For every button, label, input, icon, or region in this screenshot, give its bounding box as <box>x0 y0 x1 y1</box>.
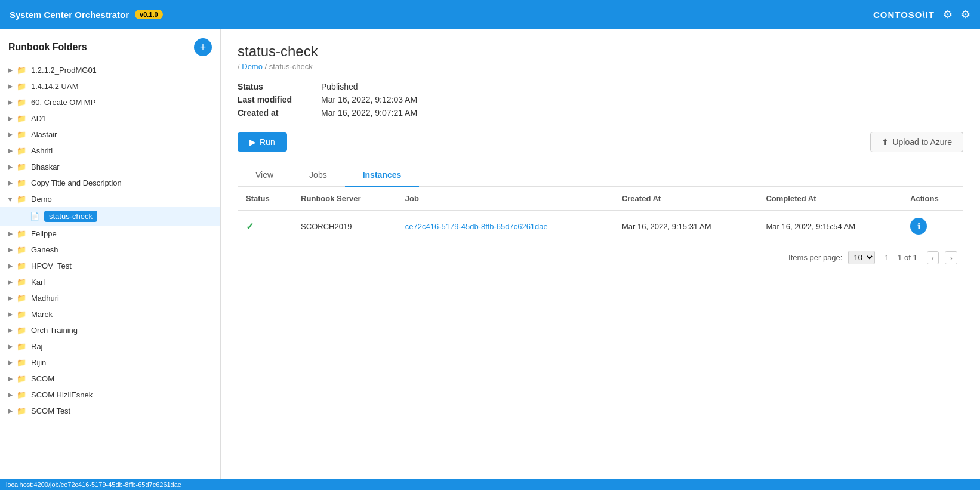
sidebar-item-scomhizli[interactable]: ▶ 📁 SCOM HizliEsnek <box>0 387 220 403</box>
folder-icon: 📁 <box>17 390 26 399</box>
sidebar-item-label: Alastair <box>31 130 57 139</box>
chevron-right-icon: ▶ <box>6 262 14 270</box>
sidebar-item-alastair[interactable]: ▶ 📁 Alastair <box>0 127 220 143</box>
sidebar-item-karl[interactable]: ▶ 📁 Karl <box>0 274 220 290</box>
chevron-right-icon: ▶ <box>6 246 14 254</box>
tab-instances[interactable]: Instances <box>345 164 420 187</box>
chevron-right-icon: ▶ <box>6 98 14 106</box>
prev-page-button[interactable]: ‹ <box>927 251 939 264</box>
folder-icon: 📁 <box>17 82 26 91</box>
sidebar-header: Runbook Folders + <box>0 29 220 62</box>
table-header-row: Status Runbook Server Job Created At Com… <box>238 187 963 211</box>
runbook-icon: 📄 <box>30 212 39 221</box>
play-icon: ▶ <box>249 137 256 147</box>
sidebar-item-label: Ganesh <box>31 245 58 254</box>
folder-icon: 📁 <box>17 130 26 139</box>
breadcrumb-home[interactable]: Demo <box>242 62 263 71</box>
col-actions: Actions <box>902 187 963 211</box>
chevron-right-icon: ▶ <box>6 131 14 138</box>
sidebar-item-ad1[interactable]: ▶ 📁 AD1 <box>0 110 220 127</box>
table-row: ✓ SCORCH2019 ce72c416-5179-45db-8ffb-65d… <box>238 211 963 242</box>
folder-icon: 📁 <box>17 229 26 238</box>
sidebar-item-raj[interactable]: ▶ 📁 Raj <box>0 338 220 355</box>
cell-runbook-server: SCORCH2019 <box>292 211 397 242</box>
settings-icon[interactable]: ⚙ <box>943 8 953 21</box>
col-created-at: Created At <box>614 187 758 211</box>
info-button[interactable]: ℹ <box>910 218 927 235</box>
sidebar-item-scom[interactable]: ▶ 📁 SCOM <box>0 371 220 387</box>
sidebar: Runbook Folders + ▶ 📁 1.2.1.2_ProdMG01 ▶… <box>0 29 221 479</box>
chevron-right-icon: ▶ <box>6 66 14 74</box>
sidebar-item-madhuri[interactable]: ▶ 📁 Madhuri <box>0 290 220 306</box>
statusbar-url: localhost:4200/job/ce72c416-5179-45db-8f… <box>6 481 181 488</box>
sidebar-item-orchtraining[interactable]: ▶ 📁 Orch Training <box>0 322 220 338</box>
sidebar-item-label: Madhuri <box>31 294 59 303</box>
sidebar-item-scomtest[interactable]: ▶ 📁 SCOM Test <box>0 403 220 419</box>
sidebar-item-ganesh[interactable]: ▶ 📁 Ganesh <box>0 242 220 258</box>
col-job: Job <box>397 187 614 211</box>
chevron-right-icon: ▶ <box>6 115 14 122</box>
tab-view-label: View <box>255 170 273 180</box>
run-button[interactable]: ▶ Run <box>238 132 287 152</box>
sidebar-item-ashriti[interactable]: ▶ 📁 Ashriti <box>0 143 220 159</box>
col-completed-at: Completed At <box>757 187 902 211</box>
sidebar-item-demo[interactable]: ▼ 📁 Demo <box>0 191 220 207</box>
table-header: Status Runbook Server Job Created At Com… <box>238 187 963 211</box>
folder-icon: 📁 <box>17 114 26 123</box>
chevron-right-icon: ▶ <box>6 230 14 238</box>
sidebar-item-1212[interactable]: ▶ 📁 1.2.1.2_ProdMG01 <box>0 62 220 78</box>
folder-icon: 📁 <box>17 195 26 204</box>
sidebar-item-1414[interactable]: ▶ 📁 1.4.14.2 UAM <box>0 78 220 94</box>
sidebar-item-bhaskar[interactable]: ▶ 📁 Bhaskar <box>0 159 220 175</box>
created-at-value: Mar 16, 2022, 9:07:21 AM <box>321 108 417 118</box>
chevron-right-icon: ▶ <box>6 359 14 366</box>
run-button-label: Run <box>260 137 275 147</box>
add-folder-button[interactable]: + <box>194 38 212 56</box>
status-label: Status <box>238 82 321 91</box>
sidebar-item-label: AD1 <box>31 114 46 123</box>
pagination: Items per page: 10 1 – 1 of 1 ‹ › <box>238 242 963 264</box>
sidebar-item-felippe[interactable]: ▶ 📁 Felippe <box>0 226 220 242</box>
col-status: Status <box>238 187 292 211</box>
content-area: status-check / Demo / status-check Statu… <box>221 29 980 479</box>
status-check-icon: ✓ <box>246 221 254 232</box>
breadcrumb-separator: / <box>265 62 269 71</box>
col-runbook-server: Runbook Server <box>292 187 397 211</box>
breadcrumb-current: status-check <box>269 62 313 71</box>
chevron-right-icon: ▶ <box>6 179 14 187</box>
folder-icon: 📁 <box>17 358 26 367</box>
sidebar-item-statuscheck[interactable]: ▶ 📄 status-check <box>0 207 220 226</box>
meta-table: Status Published Last modified Mar 16, 2… <box>238 82 963 118</box>
upload-to-azure-button[interactable]: ⬆ Upload to Azure <box>870 132 963 152</box>
breadcrumb-separator: / <box>238 62 240 71</box>
navbar: System Center Orchestrator v0.1.0 CONTOS… <box>0 0 980 29</box>
sidebar-item-label: 1.4.14.2 UAM <box>31 82 79 91</box>
chevron-right-icon: ▶ <box>6 375 14 383</box>
meta-row-createdat: Created at Mar 16, 2022, 9:07:21 AM <box>238 108 963 118</box>
tab-view[interactable]: View <box>238 164 291 187</box>
sidebar-item-label: 60. Create OM MP <box>31 98 95 107</box>
tab-jobs[interactable]: Jobs <box>291 164 345 187</box>
sidebar-item-rijin[interactable]: ▶ 📁 Rijin <box>0 355 220 371</box>
folder-icon: 📁 <box>17 178 26 187</box>
cell-status: ✓ <box>238 211 292 242</box>
chevron-right-icon: ▶ <box>6 391 14 399</box>
job-link[interactable]: ce72c416-5179-45db-8ffb-65d7c6261dae <box>405 222 548 231</box>
chevron-right-icon: ▶ <box>6 343 14 350</box>
tab-instances-label: Instances <box>363 170 402 180</box>
items-per-page-label: Items per page: <box>788 253 842 262</box>
items-per-page-select[interactable]: 10 <box>848 251 875 264</box>
sidebar-item-label: Marek <box>31 310 53 319</box>
next-page-button[interactable]: › <box>945 251 957 264</box>
sidebar-item-label: status-check <box>44 211 97 222</box>
sidebar-item-copytitle[interactable]: ▶ 📁 Copy Title and Description <box>0 175 220 191</box>
sidebar-item-60create[interactable]: ▶ 📁 60. Create OM MP <box>0 94 220 110</box>
meta-row-lastmodified: Last modified Mar 16, 2022, 9:12:03 AM <box>238 95 963 104</box>
sidebar-item-hpov[interactable]: ▶ 📁 HPOV_Test <box>0 258 220 274</box>
sidebar-item-marek[interactable]: ▶ 📁 Marek <box>0 306 220 322</box>
gear-icon[interactable]: ⚙ <box>961 8 970 21</box>
sidebar-item-label: SCOM Test <box>31 406 70 415</box>
cell-job: ce72c416-5179-45db-8ffb-65d7c6261dae <box>397 211 614 242</box>
cell-completed-at: Mar 16, 2022, 9:15:54 AM <box>757 211 902 242</box>
sidebar-item-label: Felippe <box>31 229 57 238</box>
